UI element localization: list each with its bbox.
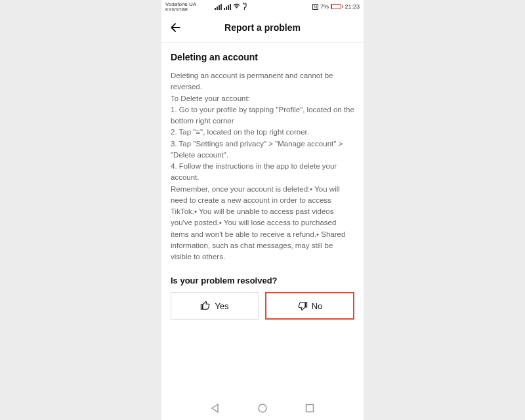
svg-rect-1 <box>306 405 314 412</box>
thumbs-up-icon <box>200 301 211 311</box>
signal-icon <box>215 4 222 10</box>
status-indicators <box>215 3 312 11</box>
app-header: Report a problem <box>161 13 364 43</box>
android-nav-bar <box>161 396 364 420</box>
page-title: Report a problem <box>168 22 357 33</box>
carrier-2: KYIVSTAR <box>165 7 196 12</box>
nfc-icon: N <box>312 4 318 10</box>
battery-percent: 7% <box>320 3 329 10</box>
battery-icon <box>331 4 343 9</box>
carrier-1: Vodafone UA <box>165 2 196 7</box>
no-button-label: No <box>312 301 323 311</box>
resolved-question: Is your problem resolved? <box>171 276 354 285</box>
phone-frame: Vodafone UA KYIVSTAR N 7% 21:23 <box>161 0 364 420</box>
button-row: Yes No <box>171 292 354 320</box>
thumbs-down-icon <box>297 301 308 311</box>
help-article-body: Deleting an account is permanent and can… <box>171 70 354 262</box>
status-right: N 7% 21:23 <box>312 3 360 10</box>
nav-recent-icon[interactable] <box>304 403 315 413</box>
nav-back-icon[interactable] <box>210 403 220 413</box>
clock: 21:23 <box>345 3 360 10</box>
wifi-icon <box>233 3 240 10</box>
status-bar: Vodafone UA KYIVSTAR N 7% 21:23 <box>161 0 364 13</box>
yes-button[interactable]: Yes <box>171 292 259 320</box>
svg-point-0 <box>259 404 266 412</box>
status-carriers: Vodafone UA KYIVSTAR <box>165 2 196 12</box>
nav-home-icon[interactable] <box>257 403 268 413</box>
content-area: Deleting an account Deleting an account … <box>161 43 364 396</box>
section-title: Deleting an account <box>171 52 354 62</box>
signal-icon-2 <box>224 4 231 10</box>
battery-plug-icon <box>242 3 247 11</box>
no-button[interactable]: No <box>265 292 354 320</box>
yes-button-label: Yes <box>215 301 228 311</box>
